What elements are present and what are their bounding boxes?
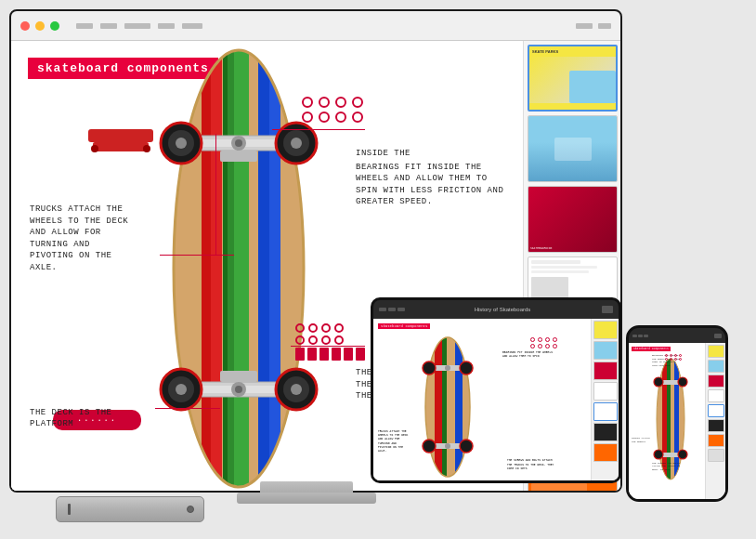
- toolbar-icon-1: [76, 23, 93, 29]
- svg-rect-2: [91, 145, 98, 152]
- phone-doc-title: skateboard components: [632, 347, 671, 351]
- screw-dot: [321, 323, 331, 333]
- phone-thumb-5[interactable]: [708, 404, 724, 417]
- phone-toolbar-icon: [644, 335, 648, 337]
- tablet-toolbar-icon: [388, 308, 396, 311]
- tablet-thumb-1[interactable]: [593, 321, 618, 339]
- toolbar-share-icon: [598, 23, 611, 29]
- svg-point-57: [445, 443, 450, 449]
- tablet-thumb-4[interactable]: [593, 382, 618, 401]
- svg-rect-43: [455, 337, 463, 477]
- svg-rect-42: [435, 337, 442, 477]
- phone-doc: skateboard components: [629, 343, 705, 499]
- screw-icon: [344, 348, 353, 361]
- mac-mini: [56, 496, 204, 522]
- svg-rect-10: [211, 50, 222, 487]
- svg-point-25: [235, 139, 242, 147]
- screw-icon: [307, 348, 317, 361]
- toolbar-icon-5: [182, 23, 202, 29]
- toolbar-right-icon: [576, 23, 593, 29]
- bearing-dot: [352, 112, 363, 123]
- tablet-bearings-text: BEARINGS FIT INSIDE THE WHEELS AND ALLOW…: [502, 351, 558, 359]
- tablet-skateboard: [411, 333, 485, 480]
- screw-icon: [332, 348, 341, 361]
- phone-thumb-2[interactable]: [708, 360, 724, 373]
- trucks-text: TRUCKS ATTACH THE WHEELS TO THE DECK AND…: [30, 204, 132, 274]
- monitor-toolbar: [11, 11, 620, 41]
- phone-thumb-3[interactable]: [708, 375, 724, 388]
- bearings-ann-line: [272, 129, 365, 130]
- maximize-button[interactable]: [50, 21, 59, 31]
- thumbnail-1[interactable]: SKATE PARKS: [528, 45, 618, 112]
- close-button[interactable]: [20, 21, 30, 31]
- svg-point-38: [235, 386, 242, 393]
- tablet-toolbar-icon: [398, 308, 405, 311]
- phone-thumbs[interactable]: [705, 343, 725, 499]
- tablet-screws-text: THE SCREWS AND BOLTS ATTACH THE TRUCKS T…: [507, 459, 558, 471]
- trucks-ann-line: [160, 255, 234, 256]
- phone-thumb-7[interactable]: [708, 434, 724, 447]
- tablet-toolbar-icon: [379, 308, 386, 311]
- thumbnail-2[interactable]: [528, 115, 618, 182]
- svg-rect-8: [234, 50, 249, 487]
- toolbar-icon-2: [100, 23, 117, 29]
- mac-mini-port: [187, 506, 194, 513]
- phone-thumb-1[interactable]: [708, 345, 724, 358]
- tablet-thumb-6[interactable]: [593, 423, 618, 441]
- svg-point-31: [176, 384, 187, 395]
- phone-thumb-8[interactable]: [708, 449, 724, 462]
- phone-bearing-dots: [665, 354, 683, 361]
- tablet-doc-title: skateboard components: [378, 323, 430, 329]
- phone-thumb-6[interactable]: [708, 419, 724, 432]
- toolbar-icon-4: [158, 23, 175, 29]
- tablet-doc: skateboard components: [373, 319, 591, 480]
- bearings-inside-label: INSIDE THE: [356, 148, 504, 160]
- phone-trucks-text: TRUCKS ATTACH THE WHEELS: [632, 437, 650, 443]
- phone-share-icon: [714, 334, 722, 338]
- bearing-dot: [352, 97, 363, 108]
- tablet-thumb-3[interactable]: [593, 362, 618, 380]
- deck-ann-line: [155, 408, 220, 409]
- tablet-bearing-dots: [530, 337, 558, 348]
- deck-text: THE DECK IS THE PLATFORM: [30, 407, 160, 430]
- svg-point-34: [291, 384, 302, 395]
- skateboard-image: [132, 41, 345, 491]
- tablet-share-icon: [602, 306, 613, 313]
- minimize-button[interactable]: [35, 21, 45, 31]
- tablet: History of Skateboards skateboard compon…: [371, 297, 621, 483]
- mac-mini-power: [68, 504, 71, 515]
- phone-toolbar: [629, 328, 725, 343]
- tablet-toolbar-title: History of Skateboards: [475, 307, 531, 312]
- phone-toolbar-icon: [638, 335, 643, 337]
- svg-rect-39: [220, 371, 257, 382]
- screw-dot: [308, 323, 318, 333]
- svg-point-18: [176, 138, 187, 149]
- bearings-body: BEARINGS FIT INSIDE THE WHEELS AND ALLOW…: [356, 162, 504, 208]
- toolbar-icon-3: [124, 23, 150, 29]
- tablet-toolbar: History of Skateboards: [373, 300, 619, 319]
- phone: skateboard components: [626, 325, 728, 502]
- phone-content: skateboard components: [629, 343, 725, 499]
- phone-toolbar-icon: [632, 335, 637, 337]
- svg-rect-26: [220, 151, 257, 162]
- tablet-content: skateboard components: [373, 319, 619, 480]
- tablet-thumb-2[interactable]: [593, 341, 618, 360]
- screw-dot: [308, 335, 318, 345]
- tablet-thumb-5[interactable]: [593, 402, 618, 421]
- screw-dots-group: [295, 323, 365, 361]
- tablet-trucks-text: TRUCKS ATTACH THE WHEELS TO THE DECK AND…: [378, 430, 411, 454]
- svg-point-21: [291, 138, 302, 149]
- screw-icon: [295, 348, 305, 361]
- screw-dot: [295, 323, 305, 333]
- phone-screws-text: THE SCREWS AND BOLTS ATTACH THE TRUCKS T…: [652, 462, 682, 472]
- screw-icon: [356, 348, 365, 361]
- screw-dot: [295, 335, 305, 345]
- tablet-thumbs[interactable]: [591, 319, 619, 480]
- svg-rect-12: [269, 50, 280, 487]
- monitor-foot: [237, 493, 376, 504]
- tablet-thumb-7[interactable]: [593, 443, 618, 462]
- screw-icon: [319, 348, 329, 361]
- phone-thumb-4[interactable]: [708, 389, 724, 402]
- thumbnail-3[interactable]: SKATEBOARDING: [528, 186, 618, 253]
- screw-dot: [334, 323, 344, 333]
